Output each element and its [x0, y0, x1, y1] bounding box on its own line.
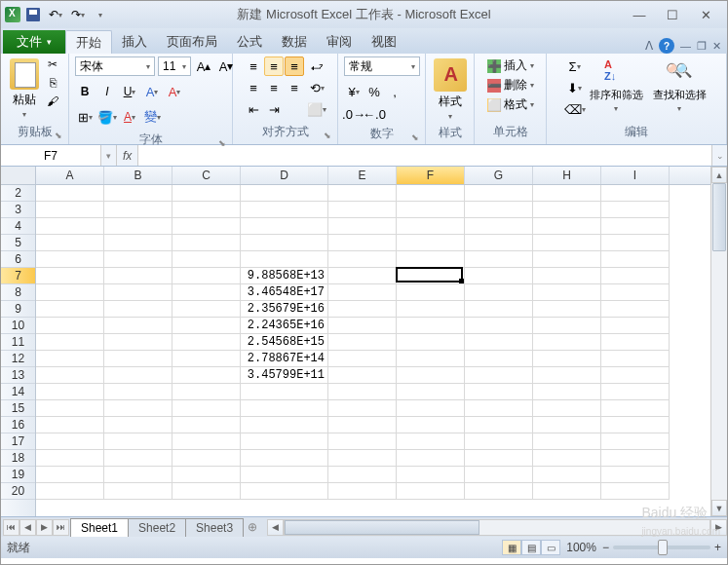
cell-H13[interactable] [533, 367, 601, 384]
cell-H16[interactable] [533, 417, 601, 433]
cell-E4[interactable] [328, 218, 397, 235]
cell-G5[interactable] [465, 235, 533, 251]
sheet-tab-2[interactable]: Sheet2 [128, 518, 186, 537]
cell-A10[interactable] [36, 318, 104, 334]
cell-D11[interactable]: 2.54568E+15 [241, 334, 328, 351]
cell-D12[interactable]: 2.78867E+14 [241, 351, 328, 367]
cell-A16[interactable] [36, 417, 104, 433]
cell-D3[interactable] [241, 202, 328, 218]
cell-E17[interactable] [328, 433, 397, 450]
cell-E11[interactable] [328, 334, 397, 351]
close-button[interactable]: ✕ [696, 6, 715, 23]
cell-H5[interactable] [533, 235, 601, 251]
cell-B18[interactable] [104, 450, 172, 467]
cell-A15[interactable] [36, 400, 104, 417]
cell-I7[interactable] [601, 268, 670, 284]
row-header-4[interactable]: 4 [1, 218, 35, 235]
cell-H18[interactable] [533, 450, 601, 467]
cell-G15[interactable] [465, 400, 533, 417]
cell-I11[interactable] [601, 334, 670, 351]
cell-E14[interactable] [328, 384, 397, 400]
cell-A11[interactable] [36, 334, 104, 351]
clipboard-dialog[interactable]: ⬊ [55, 131, 62, 140]
cell-G9[interactable] [465, 301, 533, 318]
cell-H4[interactable] [533, 218, 601, 235]
cell-B11[interactable] [104, 334, 172, 351]
cell-C8[interactable] [172, 284, 241, 301]
cell-E20[interactable] [328, 483, 397, 500]
row-header-18[interactable]: 18 [1, 450, 35, 467]
cell-F5[interactable] [397, 235, 465, 251]
cell-D7[interactable]: 9.88568E+13 [241, 268, 328, 284]
cell-B19[interactable] [104, 467, 172, 483]
scroll-thumb-h[interactable] [285, 520, 479, 535]
cell-B6[interactable] [104, 251, 172, 268]
cell-G12[interactable] [465, 351, 533, 367]
cell-H8[interactable] [533, 284, 601, 301]
row-header-3[interactable]: 3 [1, 202, 35, 218]
col-header-E[interactable]: E [328, 167, 397, 184]
row-header-11[interactable]: 11 [1, 334, 35, 351]
new-sheet-button[interactable]: ⊕ [248, 520, 257, 534]
scroll-down[interactable]: ▼ [711, 500, 727, 516]
row-header-2[interactable]: 2 [1, 185, 35, 202]
cell-A9[interactable] [36, 301, 104, 318]
font-color[interactable]: A▾ [165, 82, 184, 101]
row-header-5[interactable]: 5 [1, 235, 35, 251]
cell-C2[interactable] [172, 185, 241, 202]
autosum[interactable]: Σ▾ [565, 56, 585, 76]
view-layout[interactable]: ▤ [521, 540, 541, 555]
col-header-I[interactable]: I [601, 167, 670, 184]
cell-F10[interactable] [397, 318, 465, 334]
cell-F3[interactable] [397, 202, 465, 218]
cell-C6[interactable] [172, 251, 241, 268]
cell-H10[interactable] [533, 318, 601, 334]
cell-A14[interactable] [36, 384, 104, 400]
fill-color[interactable]: 🪣▾ [97, 107, 117, 127]
cell-D17[interactable] [241, 433, 328, 450]
qat-save[interactable] [23, 5, 43, 24]
cell-A6[interactable] [36, 251, 104, 268]
cell-A19[interactable] [36, 467, 104, 483]
copy-button[interactable]: ⎘ [44, 75, 61, 91]
number-format-select[interactable]: 常规▾ [344, 56, 420, 76]
cell-I9[interactable] [601, 301, 670, 318]
view-pagebreak[interactable]: ▭ [541, 540, 560, 555]
cell-H15[interactable] [533, 400, 601, 417]
cell-F16[interactable] [397, 417, 465, 433]
sheet-tab-3[interactable]: Sheet3 [185, 518, 244, 537]
qat-undo[interactable]: ↶▾ [46, 5, 65, 24]
row-header-16[interactable]: 16 [1, 417, 35, 433]
row-header-14[interactable]: 14 [1, 384, 35, 400]
font-color3[interactable]: A▾ [120, 107, 139, 127]
align-right[interactable]: ≡ [285, 78, 304, 97]
underline-button[interactable]: U▾ [120, 82, 139, 101]
cell-D15[interactable] [241, 400, 328, 417]
cell-F13[interactable] [397, 367, 465, 384]
font-size-select[interactable]: 11▾ [158, 56, 191, 76]
cell-B8[interactable] [104, 284, 172, 301]
expand-formula-bar[interactable]: ⌄ [711, 145, 727, 166]
cell-B13[interactable] [104, 367, 172, 384]
cell-G10[interactable] [465, 318, 533, 334]
cell-C10[interactable] [172, 318, 241, 334]
cell-C20[interactable] [172, 483, 241, 500]
row-header-13[interactable]: 13 [1, 367, 35, 384]
comma[interactable]: , [385, 82, 404, 101]
cell-D20[interactable] [241, 483, 328, 500]
clear[interactable]: ⌫▾ [565, 99, 585, 119]
row-header-15[interactable]: 15 [1, 400, 35, 417]
cell-H3[interactable] [533, 202, 601, 218]
cell-H17[interactable] [533, 433, 601, 450]
col-header-A[interactable]: A [36, 167, 104, 184]
cell-I14[interactable] [601, 384, 670, 400]
align-center[interactable]: ≡ [264, 78, 284, 97]
cell-G2[interactable] [465, 185, 533, 202]
minimize-button[interactable]: — [630, 6, 649, 23]
qat-customize[interactable]: ▾ [91, 5, 110, 24]
cell-G6[interactable] [465, 251, 533, 268]
col-header-C[interactable]: C [172, 167, 241, 184]
cell-G16[interactable] [465, 417, 533, 433]
row-header-6[interactable]: 6 [1, 251, 35, 268]
cell-F18[interactable] [397, 450, 465, 467]
